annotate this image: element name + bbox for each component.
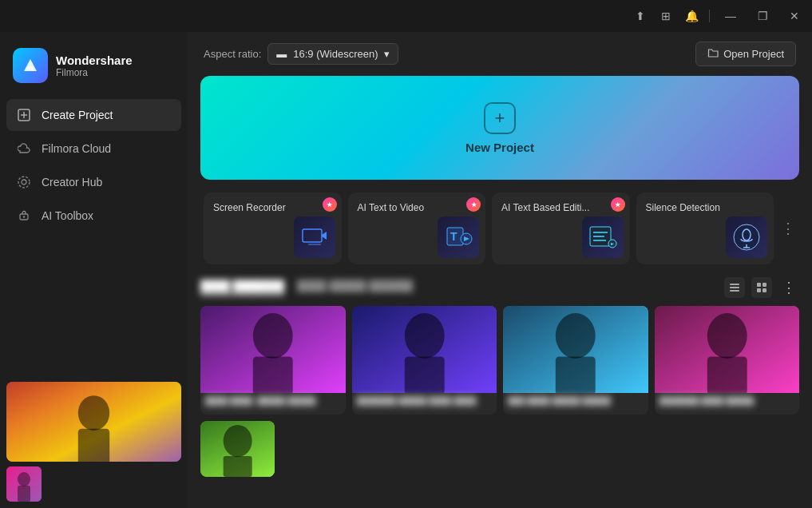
svg-point-7 [23,216,25,217]
ai-toolbox-icon [16,208,32,224]
template-grid-bottom [188,415,812,477]
create-project-icon [16,107,32,123]
template-card-2[interactable]: ███████ █████ ████ ████ [352,306,497,415]
template-card-5[interactable] [200,421,275,477]
creator-hub-icon [16,174,32,190]
open-project-button[interactable]: Open Project [695,42,796,66]
sidebar-thumbnails [0,375,188,508]
svg-point-42 [556,313,596,359]
svg-rect-0 [27,66,34,70]
upload-icon[interactable]: ⬆ [632,8,648,24]
section-actions: ⋮ [724,277,799,298]
aspect-ratio-value: 16:9 (Widescreen) [293,48,378,60]
chevron-down-icon: ▾ [384,48,390,60]
close-button[interactable]: ✕ [783,8,806,24]
ai-text-edit-icon [582,216,624,258]
sidebar-item-create-project[interactable]: Create Project [6,99,181,131]
template-card-4[interactable]: ███████ ████ █████ [655,306,800,415]
sidebar-thumb-large-img [6,382,181,462]
svg-point-9 [78,395,109,431]
template-thumb-5 [200,421,275,477]
logo-brand: Wondershare [56,54,133,67]
maximize-button[interactable]: ❐ [751,8,774,24]
sidebar-thumb-small[interactable] [6,466,42,502]
sidebar-thumb-large[interactable] [6,382,181,462]
svg-point-12 [18,472,30,486]
minimize-button[interactable]: — [719,8,742,24]
svg-point-4 [22,180,26,185]
aspect-ratio-dropdown[interactable]: ▬ 16:9 (Widescreen) ▾ [267,43,398,65]
svg-rect-37 [253,357,293,393]
sidebar-item-label-create-project: Create Project [42,109,113,121]
template-info-2: ███████ █████ ████ ████ [352,393,497,415]
sidebar-item-label-filmora-cloud: Filmora Cloud [42,142,111,155]
grid-icon[interactable]: ⊞ [658,8,674,24]
svg-rect-29 [730,287,739,288]
svg-point-48 [224,425,252,457]
logo-icon [13,48,48,83]
section-tab-trending[interactable]: ████ ███████ [200,280,284,296]
sidebar-item-creator-hub[interactable]: Creator Hub [6,166,181,198]
screen-recorder-icon [294,216,335,258]
app-body: Wondershare Filmora Create Project [0,32,812,508]
template-thumb-2 [352,306,497,393]
tool-card-screen-recorder[interactable]: ★ Screen Recorder [204,192,342,264]
section-tabs: ████ ███████ ████ █████ ██████ [200,280,413,296]
cards-more-button[interactable]: ⋮ [777,192,799,264]
title-bar-controls: ⬆ ⊞ 🔔 — ❐ ✕ [632,8,806,24]
tool-card-silence-detection[interactable]: Silence Detection [636,192,774,264]
screen-recorder-label: Screen Recorder [213,202,286,213]
section-more-button[interactable]: ⋮ [778,279,799,296]
nav-items: Create Project Filmora Cloud Creator [0,99,188,232]
svg-rect-46 [707,357,747,393]
template-info-4: ███████ ████ █████ [655,393,800,415]
svg-rect-33 [757,288,761,292]
svg-rect-49 [224,456,252,477]
silence-detection-label: Silence Detection [646,202,720,213]
svg-rect-28 [730,284,739,285]
logo-area: Wondershare Filmora [0,38,188,99]
svg-rect-40 [404,357,444,393]
svg-text:T: T [450,230,457,243]
svg-rect-14 [303,229,322,242]
aspect-ratio-label: Aspect ratio: [204,48,261,60]
new-project-plus-icon: + [484,102,516,134]
tool-cards-row: ★ Screen Recorder ★ AI Text to Video [188,192,812,264]
section-tab-recent[interactable]: ████ █████ ██████ [297,280,413,296]
section-header: ████ ███████ ████ █████ ██████ [188,277,812,298]
sidebar-item-filmora-cloud[interactable]: Filmora Cloud [6,133,181,165]
title-bar-separator [709,10,710,22]
template-thumb-4 [655,306,800,393]
new-project-label: New Project [465,141,534,154]
bell-icon[interactable]: 🔔 [683,8,699,24]
scroll-area[interactable]: + New Project ★ Screen Recorder [188,76,812,508]
sidebar-item-label-ai-toolbox: AI Toolbox [42,209,93,222]
svg-rect-34 [762,288,766,292]
svg-rect-31 [757,283,761,287]
tool-card-ai-text-video[interactable]: ★ AI Text to Video T [348,192,486,264]
tool-card-ai-text-edit[interactable]: ★ AI Text Based Editi... [492,192,630,264]
logo-sub: Filmora [56,67,133,78]
template-thumb-1 [200,306,346,393]
sidebar-thumb-small-row [6,466,181,502]
template-card-1[interactable]: ████ ████, █████ █████ [200,306,346,415]
open-project-label: Open Project [723,48,784,60]
aspect-ratio-icon: ▬ [276,48,287,60]
ai-text-edit-label: AI Text Based Editi... [501,202,590,213]
ai-text-video-icon: T [438,216,479,258]
svg-rect-43 [556,357,596,393]
template-info-3: ███ ████ █████ █████ [503,393,648,415]
top-bar: Aspect ratio: ▬ 16:9 (Widescreen) ▾ Open… [188,32,812,76]
ai-text-edit-badge: ★ [611,197,625,212]
sidebar-item-ai-toolbox[interactable]: AI Toolbox [6,200,181,232]
section-grid-view-button[interactable] [751,277,772,298]
section-list-view-button[interactable] [724,277,745,298]
aspect-ratio-select: Aspect ratio: ▬ 16:9 (Widescreen) ▾ [204,43,398,65]
svg-point-36 [253,313,293,359]
template-card-3[interactable]: ███ ████ █████ █████ [503,306,648,415]
sidebar-item-label-creator-hub: Creator Hub [42,176,102,189]
template-info-1: ████ ████, █████ █████ [200,393,346,415]
new-project-banner[interactable]: + New Project [200,76,799,180]
svg-rect-10 [78,429,109,462]
svg-point-5 [18,177,30,188]
